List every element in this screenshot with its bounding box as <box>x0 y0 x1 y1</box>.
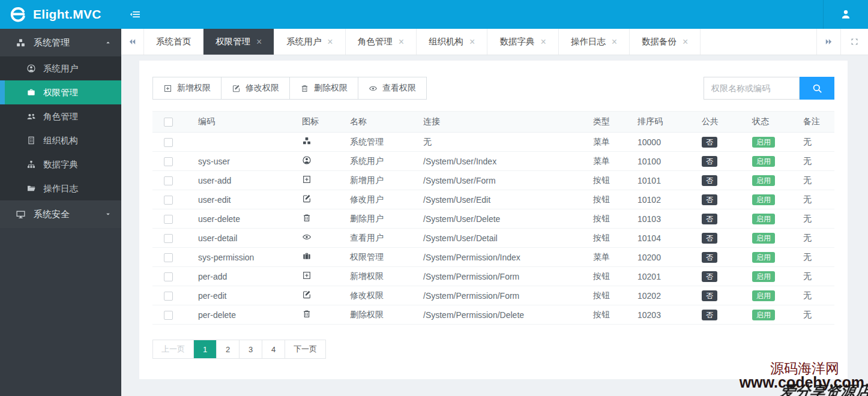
cell-status: 启用 <box>738 267 789 286</box>
column-header: 名称 <box>336 112 409 133</box>
trash-icon <box>300 84 309 93</box>
row-checkbox[interactable] <box>164 176 173 185</box>
sidebar-item[interactable]: 系统用户 <box>0 56 121 80</box>
search-icon <box>812 83 823 94</box>
sidebar-item[interactable]: 角色管理 <box>0 104 121 128</box>
tab[interactable]: 系统用户× <box>274 29 345 55</box>
table-row: per-add新增权限/System/Permission/Form按钮1020… <box>152 267 834 286</box>
public-badge: 否 <box>702 252 717 263</box>
sidebar-item-label: 权限管理 <box>43 87 78 98</box>
sidebar-item[interactable]: 数据字典 <box>0 152 121 176</box>
cell-status: 启用 <box>738 190 789 209</box>
tab-close-icon[interactable]: × <box>399 37 404 47</box>
toolbar-button-label: 新增权限 <box>177 83 211 94</box>
tab-close-icon[interactable]: × <box>469 37 475 47</box>
row-checkbox[interactable] <box>164 215 173 224</box>
row-checkbox[interactable] <box>164 157 173 166</box>
cell-name: 修改权限 <box>336 286 409 305</box>
search-input[interactable] <box>704 77 800 100</box>
pagination-next-button[interactable]: 下一页 <box>285 340 325 358</box>
tab-close-icon[interactable]: × <box>540 37 546 47</box>
fullscreen-button[interactable] <box>840 29 868 55</box>
public-badge: 否 <box>702 137 717 148</box>
double-chevron-right-icon <box>824 37 833 46</box>
tab[interactable]: 角色管理× <box>346 29 417 55</box>
sitemap-icon <box>26 160 36 169</box>
app-title: Elight.MVC <box>33 7 101 22</box>
sidebar-group-label: 系统管理 <box>34 37 70 49</box>
user-menu-button[interactable] <box>824 0 868 29</box>
cell-note: 无 <box>789 171 834 190</box>
tab[interactable]: 组织机构× <box>417 29 487 55</box>
folder-icon <box>26 184 36 193</box>
toolbar-button[interactable]: 删除权限 <box>289 77 358 100</box>
plus-square-icon <box>302 175 312 184</box>
cell-name: 修改用户 <box>336 190 409 209</box>
column-header: 公共 <box>687 112 738 133</box>
row-checkbox[interactable] <box>164 196 173 205</box>
sidebar-item-label: 角色管理 <box>43 111 78 122</box>
tab[interactable]: 系统首页 <box>144 29 203 55</box>
row-checkbox[interactable] <box>164 234 173 243</box>
tab[interactable]: 数据字典× <box>487 29 558 55</box>
sidebar-item[interactable]: 组织机构 <box>0 128 121 152</box>
hamburger-icon <box>129 8 141 20</box>
cell-code: per-delete <box>184 305 288 325</box>
cell-link: /System/User/Delete <box>409 209 579 229</box>
edit-icon <box>232 84 241 93</box>
desktop-icon <box>16 209 26 220</box>
cell-status: 启用 <box>738 209 789 229</box>
status-badge: 启用 <box>752 175 775 186</box>
toolbar-button[interactable]: 查看权限 <box>358 77 427 100</box>
cell-icon <box>288 190 336 209</box>
row-checkbox[interactable] <box>164 311 173 320</box>
row-checkbox[interactable] <box>164 272 173 281</box>
tab-label: 系统首页 <box>156 36 191 47</box>
tabs-scroll-right-button[interactable] <box>816 29 840 55</box>
sidebar-item[interactable]: 操作日志 <box>0 176 121 200</box>
cell-public: 否 <box>687 209 738 229</box>
row-checkbox[interactable] <box>164 138 173 147</box>
tab-close-icon[interactable]: × <box>327 37 333 47</box>
pagination-page-button[interactable]: 4 <box>262 340 285 358</box>
cell-icon <box>288 133 336 152</box>
row-checkbox[interactable] <box>164 292 173 301</box>
search-button[interactable] <box>800 77 834 100</box>
tab[interactable]: 数据备份× <box>630 29 701 55</box>
cell-code: user-delete <box>184 209 288 229</box>
sidebar-toggle-button[interactable] <box>121 0 149 29</box>
cell-status: 启用 <box>738 152 789 171</box>
pagination-page-button[interactable]: 1 <box>193 340 216 358</box>
briefcase-icon <box>26 88 36 97</box>
row-checkbox[interactable] <box>164 253 173 262</box>
pagination: 上一页1234下一页 <box>152 340 326 359</box>
sidebar-group[interactable]: 系统安全 <box>0 200 121 228</box>
table-row: user-delete删除用户/System/User/Delete按钮1010… <box>152 209 834 229</box>
tab-close-icon[interactable]: × <box>683 37 688 47</box>
tab-close-icon[interactable]: × <box>612 37 617 47</box>
cell-status: 启用 <box>738 286 789 305</box>
tab[interactable]: 操作日志× <box>559 29 630 55</box>
toolbar-button[interactable]: 新增权限 <box>152 77 222 100</box>
cubes-icon <box>302 136 312 146</box>
sidebar-group[interactable]: 系统管理 <box>0 29 121 56</box>
tab-close-icon[interactable]: × <box>256 37 262 47</box>
sidebar-item[interactable]: 权限管理 <box>0 80 121 104</box>
pagination-page-button[interactable]: 3 <box>239 340 262 358</box>
select-all-checkbox[interactable] <box>164 118 173 127</box>
tab[interactable]: 权限管理× <box>203 29 274 55</box>
pagination-prev-button[interactable]: 上一页 <box>153 340 193 358</box>
pagination-page-button[interactable]: 2 <box>216 340 239 358</box>
toolbar-button[interactable]: 修改权限 <box>221 77 290 100</box>
tabs-scroll-left-button[interactable] <box>121 29 144 55</box>
table-row: user-add新增用户/System/User/Form按钮10101否启用无 <box>152 171 834 190</box>
cell-name: 新增权限 <box>336 267 409 286</box>
cell-status: 启用 <box>738 305 789 325</box>
cell-sort: 10102 <box>623 190 687 209</box>
double-chevron-left-icon <box>128 37 137 46</box>
tab-label: 权限管理 <box>215 36 250 47</box>
expand-arrows-icon <box>850 37 859 46</box>
toolbar: 新增权限修改权限删除权限查看权限 <box>152 77 834 100</box>
sidebar-item-label: 操作日志 <box>43 183 78 194</box>
building-icon <box>26 136 36 145</box>
